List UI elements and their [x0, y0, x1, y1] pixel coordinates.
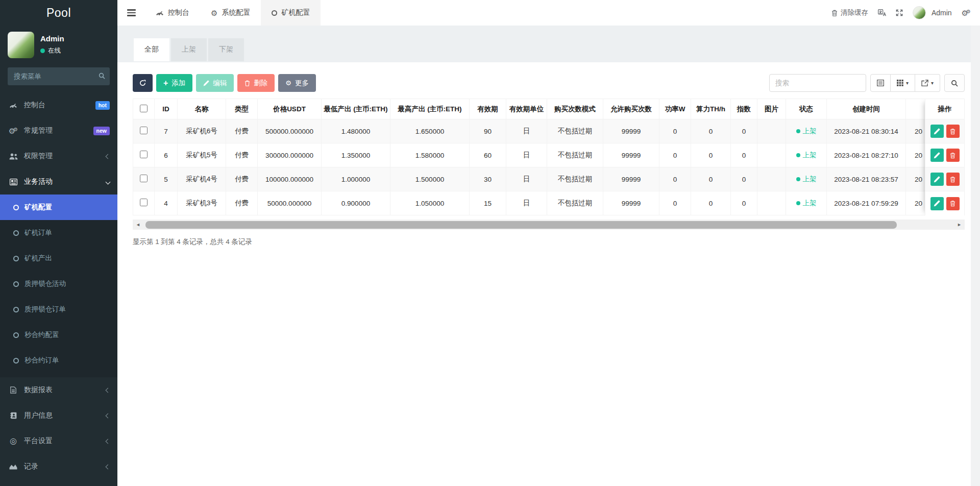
row-select-cell — [133, 191, 155, 215]
chevron-left-icon — [106, 387, 111, 393]
row-delete-button[interactable] — [946, 149, 960, 162]
cell-price: 300000.000000 — [258, 143, 322, 167]
columns-grid-icon — [897, 80, 903, 86]
sidebar-item[interactable]: 记录 — [0, 454, 117, 479]
edit-button[interactable]: 编辑 — [196, 74, 234, 92]
table-search-input[interactable] — [769, 74, 866, 92]
ops-header: 操作 — [925, 99, 964, 119]
more-button[interactable]: ⚙ 更多 — [278, 74, 316, 92]
sidebar-item-label: 平台设置 — [24, 436, 101, 446]
clear-cache-button[interactable]: 清除缓存 — [831, 8, 868, 17]
row-checkbox[interactable] — [140, 127, 148, 134]
sidebar-toggle-button[interactable] — [117, 0, 145, 26]
cell-status: 上架 — [786, 119, 827, 143]
topbar-tab[interactable]: ⚙系统配置 — [200, 0, 261, 26]
cell-image — [757, 119, 786, 143]
status-badge: new — [93, 127, 110, 135]
sidebar-subitem[interactable]: 质押锁仓订单 — [0, 297, 117, 322]
fullscreen-button[interactable] — [896, 9, 903, 16]
users-icon — [8, 153, 19, 160]
sidebar-item[interactable]: 控制台hot — [0, 92, 117, 118]
status-label: 上架 — [803, 175, 817, 184]
column-header: 图片 — [757, 99, 786, 119]
add-button[interactable]: + 添加 — [156, 74, 192, 92]
row-edit-button[interactable] — [930, 173, 944, 186]
export-button[interactable]: ▾ — [915, 74, 940, 92]
row-checkbox[interactable] — [140, 151, 148, 158]
sidebar-subitem[interactable]: 矿机配置 — [0, 195, 117, 220]
sidebar-subitem[interactable]: 矿机订单 — [0, 220, 117, 246]
select-all-checkbox[interactable] — [140, 105, 148, 112]
trash-icon — [244, 80, 250, 86]
scroll-left-arrow[interactable]: ◄ — [135, 222, 141, 227]
row-checkbox[interactable] — [140, 199, 148, 206]
row-delete-button[interactable] — [946, 125, 960, 138]
row-select-cell — [133, 119, 155, 143]
topbar-tab[interactable]: 矿机配置 — [261, 0, 321, 26]
circle-o-icon — [272, 10, 277, 16]
scrollbar-thumb[interactable] — [145, 221, 897, 229]
top-navbar: 控制台⚙系统配置矿机配置 清除缓存 Admin ⚙⚙ — [117, 0, 980, 26]
sidebar-item[interactable]: 业务活动 — [0, 169, 117, 195]
sidebar-item[interactable]: 权限管理 — [0, 143, 117, 169]
row-checkbox[interactable] — [140, 175, 148, 182]
horizontal-scrollbar[interactable]: ◄ ► — [133, 220, 965, 230]
column-header: 指数 — [731, 99, 757, 119]
refresh-icon — [139, 80, 146, 86]
sidebar: Pool Admin 在线 控制台hot⚙⚙常规管理new权限管理业务活动矿机配… — [0, 0, 117, 486]
cell-index: 0 — [731, 167, 757, 191]
topbar-tab[interactable]: 控制台 — [145, 0, 200, 26]
cell-hashrate: 0 — [691, 191, 731, 215]
detail-view-button[interactable] — [870, 74, 891, 92]
row-edit-button[interactable] — [930, 197, 944, 210]
cell-period: 30 — [470, 167, 506, 191]
sidebar-item[interactable]: 数据报表 — [0, 377, 117, 403]
delete-button[interactable]: 删除 — [237, 74, 275, 92]
tab-on-shelf[interactable]: 上架 — [171, 38, 207, 61]
tab-all[interactable]: 全部 — [134, 38, 169, 61]
row-delete-button[interactable] — [946, 197, 960, 210]
cell-max_output: 1.580000 — [390, 143, 470, 167]
cell-type: 付费 — [226, 119, 258, 143]
newspaper-icon — [8, 179, 19, 185]
row-edit-button[interactable] — [930, 125, 944, 138]
refresh-button[interactable] — [133, 74, 153, 92]
main-area: 控制台⚙系统配置矿机配置 清除缓存 Admin ⚙⚙ — [117, 0, 980, 486]
page-scrollbar-track[interactable] — [971, 26, 980, 486]
pencil-icon — [203, 80, 209, 86]
sidebar-search-input[interactable] — [8, 67, 110, 85]
sidebar-subitem[interactable]: 秒合约配置 — [0, 322, 117, 348]
sidebar-item[interactable]: ⚙⚙常规管理new — [0, 118, 117, 143]
sidebar-item[interactable]: ◎平台设置 — [0, 428, 117, 454]
cell-period: 90 — [470, 119, 506, 143]
row-delete-button[interactable] — [946, 173, 960, 186]
table-header-row: ID名称类型价格USDT最低产出 (主币:ETH)最高产出 (主币:ETH)有效… — [133, 99, 965, 119]
sidebar-item-label: 业务活动 — [24, 177, 101, 186]
sidebar-subitem-label: 矿机订单 — [24, 228, 52, 237]
sidebar-subitem[interactable]: 质押锁仓活动 — [0, 271, 117, 297]
ops-column: 操作 — [925, 99, 965, 215]
search-submit-button[interactable] — [944, 74, 965, 92]
circle-o-icon — [13, 358, 19, 363]
data-table: ID名称类型价格USDT最低产出 (主币:ETH)最高产出 (主币:ETH)有效… — [133, 99, 965, 215]
cell-image — [757, 143, 786, 167]
sidebar-subitem[interactable]: 矿机产出 — [0, 246, 117, 271]
circle-o-icon — [13, 230, 19, 236]
topbar-tabs: 控制台⚙系统配置矿机配置 — [145, 0, 321, 26]
cell-id: 7 — [155, 119, 178, 143]
status-badge: 上架 — [796, 175, 817, 184]
language-button[interactable] — [878, 9, 886, 16]
chevron-down-icon — [106, 179, 111, 184]
tab-off-shelf[interactable]: 下架 — [208, 38, 244, 61]
settings-button[interactable]: ⚙⚙ — [962, 9, 971, 17]
cell-min_output: 1.480000 — [322, 119, 390, 143]
scroll-right-arrow[interactable]: ► — [956, 222, 963, 227]
status-dot-icon — [796, 153, 800, 157]
row-edit-button[interactable] — [930, 149, 944, 162]
cell-min_output: 1.350000 — [322, 143, 390, 167]
sidebar-subitem[interactable]: 秒合约订单 — [0, 348, 117, 373]
sidebar-item[interactable]: 用户信息 — [0, 403, 117, 428]
columns-button[interactable]: ▾ — [891, 74, 915, 92]
avatar[interactable] — [913, 6, 926, 19]
detail-view-icon — [877, 80, 884, 86]
